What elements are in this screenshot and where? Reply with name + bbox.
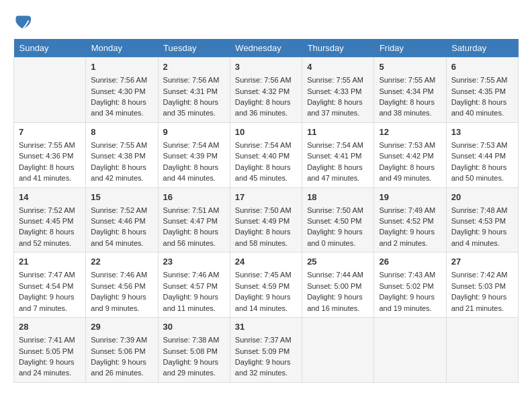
cell-info-line: Sunset: 4:39 PM [163,152,218,160]
cell-info-line: Sunset: 4:38 PM [91,152,145,160]
cell-info-line: Sunset: 5:08 PM [163,347,218,355]
cell-info-line: Sunset: 4:46 PM [91,217,145,225]
cell-info-line: Sunset: 4:57 PM [163,282,218,290]
calendar-cell: 24Sunrise: 7:45 AMSunset: 4:59 PMDayligh… [230,253,302,318]
weekday-friday: Friday [374,39,446,58]
cell-info-line: Sunrise: 7:46 AM [91,271,147,279]
cell-info-line: Sunrise: 7:46 AM [163,271,220,279]
weekday-monday: Monday [86,39,158,58]
calendar-cell: 31Sunrise: 7:37 AMSunset: 5:09 PMDayligh… [230,318,302,383]
cell-info-line: Daylight: 8 hours [91,163,146,171]
cell-info-line: Sunset: 4:44 PM [451,152,506,160]
day-number: 10 [235,126,297,138]
cell-info-line: and 35 minutes. [163,109,216,117]
cell-info-line: Daylight: 8 hours [91,98,146,106]
calendar-cell: 12Sunrise: 7:53 AMSunset: 4:42 PMDayligh… [374,122,446,187]
cell-info-line: and 0 minutes. [307,239,355,247]
cell-info-line: Daylight: 9 hours [91,358,146,366]
cell-info-line: Sunrise: 7:51 AM [163,206,220,214]
cell-info-line: Daylight: 9 hours [307,228,363,236]
cell-info-line: and 41 minutes. [19,174,71,182]
day-number: 30 [163,321,225,333]
cell-info-line: Daylight: 8 hours [163,163,219,171]
cell-info-line: Daylight: 8 hours [235,98,291,106]
cell-info-line: Sunset: 5:09 PM [235,347,290,355]
calendar-header: SundayMondayTuesdayWednesdayThursdayFrid… [14,39,519,58]
calendar-cell: 15Sunrise: 7:52 AMSunset: 4:46 PMDayligh… [86,187,158,253]
cell-info-line: Sunset: 4:59 PM [235,282,290,290]
calendar-table: SundayMondayTuesdayWednesdayThursdayFrid… [13,39,519,383]
calendar-cell [14,58,86,123]
calendar-cell: 2Sunrise: 7:56 AMSunset: 4:31 PMDaylight… [158,58,230,123]
calendar-cell: 21Sunrise: 7:47 AMSunset: 4:54 PMDayligh… [14,253,86,318]
cell-info-line: and 56 minutes. [163,239,216,247]
cell-info-line: and 7 minutes. [19,304,67,312]
cell-info-line: Daylight: 8 hours [235,228,291,236]
cell-info-line: and 36 minutes. [235,109,287,117]
cell-info-line: Daylight: 9 hours [91,293,146,301]
cell-info-line: Sunrise: 7:42 AM [451,271,508,279]
weekday-header-row: SundayMondayTuesdayWednesdayThursdayFrid… [14,39,519,58]
calendar-cell: 19Sunrise: 7:49 AMSunset: 4:52 PMDayligh… [374,187,446,253]
cell-info-line: Sunrise: 7:52 AM [19,206,75,214]
calendar-cell: 16Sunrise: 7:51 AMSunset: 4:47 PMDayligh… [158,187,230,253]
day-number: 8 [91,126,152,138]
cell-info-line: Sunset: 4:53 PM [451,217,506,225]
cell-info-line: and 29 minutes. [163,369,216,377]
cell-info-line: and 49 minutes. [379,174,431,182]
cell-info-line: Daylight: 8 hours [307,163,363,171]
cell-info-line: Sunset: 4:30 PM [91,87,145,95]
calendar-cell: 10Sunrise: 7:54 AMSunset: 4:40 PMDayligh… [230,122,302,187]
cell-info-line: Sunset: 4:33 PM [307,87,361,95]
calendar-cell: 13Sunrise: 7:53 AMSunset: 4:44 PMDayligh… [446,122,518,187]
cell-info-line: Sunset: 4:31 PM [163,87,218,95]
cell-info-line: Sunset: 4:56 PM [91,282,145,290]
day-number: 24 [235,256,297,268]
calendar-cell: 6Sunrise: 7:55 AMSunset: 4:35 PMDaylight… [446,58,518,123]
cell-info-line: Sunset: 4:42 PM [379,152,433,160]
cell-info-line: and 44 minutes. [163,174,216,182]
calendar-cell: 18Sunrise: 7:50 AMSunset: 4:50 PMDayligh… [302,187,374,253]
day-number: 4 [307,61,369,73]
calendar-week-5: 28Sunrise: 7:41 AMSunset: 5:05 PMDayligh… [14,318,519,383]
cell-info-line: Sunset: 4:52 PM [379,217,433,225]
cell-info-line: and 38 minutes. [379,109,431,117]
cell-info-line: Sunrise: 7:38 AM [163,336,220,344]
day-number: 2 [163,61,225,73]
calendar-week-3: 14Sunrise: 7:52 AMSunset: 4:45 PMDayligh… [14,187,519,253]
calendar-cell: 5Sunrise: 7:55 AMSunset: 4:34 PMDaylight… [374,58,446,123]
cell-info-line: Sunrise: 7:56 AM [91,76,147,84]
cell-info-line: Daylight: 9 hours [163,293,219,301]
calendar-cell: 23Sunrise: 7:46 AMSunset: 4:57 PMDayligh… [158,253,230,318]
cell-info-line: Sunrise: 7:56 AM [235,76,292,84]
cell-info-line: Daylight: 9 hours [379,293,435,301]
cell-info-line: Sunrise: 7:47 AM [19,271,75,279]
calendar-cell: 26Sunrise: 7:43 AMSunset: 5:02 PMDayligh… [374,253,446,318]
cell-info-line: and 58 minutes. [235,239,287,247]
day-number: 3 [235,61,297,73]
day-number: 9 [163,126,225,138]
cell-info-line: and 26 minutes. [91,369,143,377]
cell-info-line: and 19 minutes. [379,304,431,312]
day-number: 17 [235,191,297,203]
cell-info-line: and 45 minutes. [235,174,287,182]
cell-info-line: Sunset: 4:36 PM [19,152,73,160]
cell-info-line: and 11 minutes. [163,304,216,312]
cell-info-line: Daylight: 9 hours [379,228,435,236]
cell-info-line: Sunset: 4:49 PM [235,217,290,225]
day-number: 29 [91,321,152,333]
day-number: 21 [19,256,81,268]
cell-info-line: Sunset: 5:05 PM [19,347,73,355]
calendar-cell: 3Sunrise: 7:56 AMSunset: 4:32 PMDaylight… [230,58,302,123]
cell-info-line: Sunrise: 7:39 AM [91,336,147,344]
day-number: 28 [19,321,81,333]
weekday-wednesday: Wednesday [230,39,302,58]
day-number: 19 [379,191,441,203]
calendar-week-4: 21Sunrise: 7:47 AMSunset: 4:54 PMDayligh… [14,253,519,318]
cell-info-line: Daylight: 8 hours [91,228,146,236]
cell-info-line: Sunrise: 7:41 AM [19,336,75,344]
cell-info-line: Sunrise: 7:54 AM [163,141,220,149]
day-number: 15 [91,191,152,203]
cell-info-line: Sunrise: 7:53 AM [451,141,508,149]
cell-info-line: Sunrise: 7:44 AM [307,271,363,279]
